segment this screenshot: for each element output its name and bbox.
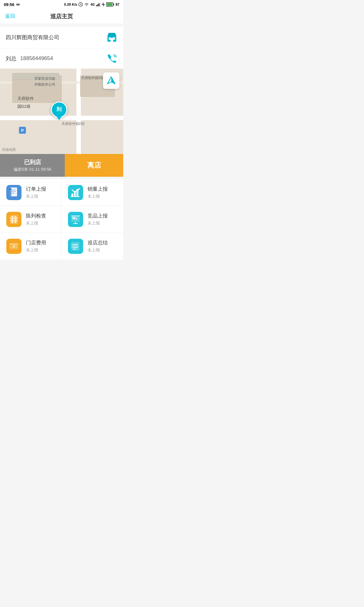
company-name: 四川辉图商贸有限公司 (6, 34, 59, 41)
svg-rect-38 (15, 221, 16, 223)
svg-rect-31 (10, 218, 18, 218)
feature-item-sales[interactable]: 销量上报未上报 (62, 179, 123, 206)
feature-icon-display (6, 212, 21, 227)
svg-text:¥: ¥ (13, 244, 15, 248)
page-header: 返回 巡店主页 (0, 9, 123, 24)
parking-badge: P (19, 127, 26, 134)
contact-row: 刘总 18856449654 (0, 48, 123, 69)
svg-rect-10 (106, 3, 112, 6)
feature-title-sales: 销量上报 (88, 186, 108, 193)
feature-title-order: 订单上报 (26, 186, 46, 193)
feature-icon-summary (68, 239, 83, 254)
map-label-4: 天府软件 (17, 96, 34, 101)
svg-point-54 (72, 246, 73, 247)
feature-item-order[interactable]: 订单上报未上报 (0, 179, 62, 206)
feature-text-order: 订单上报未上报 (26, 186, 46, 199)
status-infinity: ∞ (16, 2, 20, 7)
feature-text-summary: 巡店总结未上报 (88, 240, 108, 253)
feature-subtitle-expense: 未上报 (26, 247, 46, 253)
svg-point-53 (72, 244, 73, 245)
status-time: 09:56 (4, 2, 14, 7)
feature-subtitle-display: 未上报 (26, 220, 46, 226)
feature-title-expense: 门店费用 (26, 240, 46, 246)
feature-text-compete: 竞品上报未上报 (88, 213, 108, 226)
status-speed: 0.29 K/s (64, 3, 77, 6)
svg-rect-12 (111, 38, 113, 42)
feature-title-compete: 竞品上报 (88, 213, 108, 219)
svg-rect-32 (10, 220, 18, 221)
wifi-icon (84, 2, 89, 7)
svg-rect-36 (15, 218, 16, 220)
feature-icon-sales (68, 185, 83, 200)
marker-label: 到 (57, 106, 62, 113)
map-label-1: 官家安业功超 (34, 76, 55, 81)
svg-rect-6 (100, 3, 100, 6)
map-label-3: 天府软件园D区 (81, 76, 105, 80)
feature-text-display: 陈列检查未上报 (26, 213, 46, 226)
feature-item-expense[interactable]: ¥ 门店费用未上报 (0, 233, 62, 260)
svg-rect-4 (97, 4, 98, 6)
feature-text-expense: 门店费用未上报 (26, 240, 46, 253)
map-watermark: 高德地图 (2, 147, 16, 152)
feature-grid: 订单上报未上报 销量上报未上报 陈列检查未上报 竞品上报未上报 ¥ 门店费用未上… (0, 179, 123, 260)
store-icon (106, 32, 118, 43)
location-marker: 到 (51, 101, 67, 118)
feature-item-summary[interactable]: 巡店总结未上报 (62, 233, 123, 260)
status-bar: 09:56 ∞ 0.29 K/s 4G 87 (0, 0, 123, 9)
feature-subtitle-summary: 未上报 (88, 247, 108, 253)
signal-4g: 4G (90, 3, 94, 6)
arrived-subtitle: 偏差5米 01-11 09:56 (3, 167, 62, 172)
feature-icon-compete (68, 212, 83, 227)
feature-subtitle-order: 未上报 (26, 193, 46, 199)
svg-rect-13 (109, 37, 111, 40)
leave-button[interactable]: 离店 (65, 154, 123, 177)
contact-phone: 18856449654 (20, 55, 53, 62)
back-button[interactable]: 返回 (5, 13, 15, 20)
feature-item-display[interactable]: 陈列检查未上报 (0, 206, 62, 233)
feature-subtitle-compete: 未上报 (88, 220, 108, 226)
page-title: 巡店主页 (50, 13, 73, 20)
map-actions: 已到店 偏差5米 01-11 09:56 离店 (0, 154, 123, 177)
map-label-2: 外勤软件公司 (34, 82, 55, 87)
battery-icon (106, 2, 114, 7)
feature-text-sales: 销量上报未上报 (88, 186, 108, 199)
arrived-title: 已到店 (3, 158, 62, 166)
svg-rect-40 (72, 217, 76, 219)
feature-item-compete[interactable]: 竞品上报未上报 (62, 206, 123, 233)
svg-rect-24 (9, 188, 11, 190)
svg-rect-25 (71, 193, 73, 197)
feature-subtitle-sales: 未上报 (88, 193, 108, 199)
map-container: 官家安业功超 外勤软件公司 天府软件园D区 天府软件 园D2座 天府软件园D区 … (0, 69, 123, 154)
svg-rect-30 (10, 215, 18, 224)
svg-line-2 (81, 5, 82, 5)
contact-name: 刘总 (6, 55, 16, 62)
battery-pct: 87 (116, 3, 119, 6)
svg-rect-35 (11, 218, 13, 220)
svg-rect-9 (113, 3, 114, 5)
feature-icon-expense: ¥ (6, 239, 21, 254)
svg-rect-37 (11, 221, 13, 223)
feature-title-display: 陈列检查 (26, 213, 46, 219)
feature-icon-order (6, 185, 21, 200)
map-label-5: 园D2座 (17, 104, 31, 109)
lightning-icon (102, 2, 105, 7)
svg-rect-3 (96, 5, 97, 6)
feature-title-summary: 巡店总结 (88, 240, 108, 246)
svg-rect-5 (99, 3, 100, 6)
leave-label: 离店 (87, 161, 101, 170)
svg-point-55 (72, 247, 73, 248)
svg-rect-33 (11, 216, 13, 218)
navigate-button[interactable] (103, 72, 119, 89)
clock-icon (78, 2, 83, 7)
navigate-icon (107, 76, 116, 85)
signal-icon (96, 3, 100, 6)
svg-rect-14 (113, 37, 115, 40)
phone-call-icon[interactable] (107, 53, 118, 64)
svg-rect-34 (15, 216, 16, 218)
arrived-button[interactable]: 已到店 偏差5米 01-11 09:56 (0, 154, 65, 177)
svg-marker-7 (102, 2, 105, 7)
info-section: 四川辉图商贸有限公司 刘总 18856449654 (0, 27, 123, 69)
company-row: 四川辉图商贸有限公司 (0, 27, 123, 48)
map-label-6: 天府软件园D区 (62, 121, 85, 126)
